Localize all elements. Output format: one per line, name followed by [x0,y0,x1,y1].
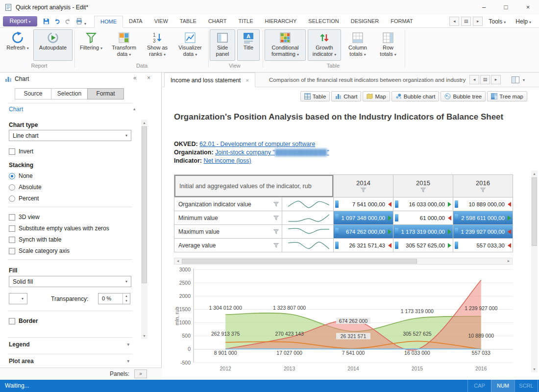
nav-left-button[interactable]: ◂ [449,17,459,26]
help-menu[interactable]: Help▾ [512,18,535,25]
table-cell[interactable]: 1 097 348 000,00 [334,211,393,225]
fill-type-select[interactable]: Solid fill ▾ [9,276,131,287]
table-cell[interactable]: 7 541 000,00 [334,197,393,211]
filtering-button[interactable]: Filtering▾ [78,29,104,61]
close-panel-button[interactable]: × [147,74,150,81]
ribbon-tab-table[interactable]: TABLE [174,15,202,27]
panel-tab-selection[interactable]: Selection [51,88,88,99]
column-totals-button[interactable]: Column totals▾ [343,29,372,61]
autoupdate-button[interactable]: Autoupdate [33,29,73,61]
window-layout-button[interactable]: ▾ [510,75,533,85]
table-corner-header[interactable]: Initial and aggregated values of the ind… [174,175,334,197]
transform-data-button[interactable]: Transform data▾ [107,29,141,61]
tab-scroll-left-button[interactable]: ◂ [469,75,479,84]
scroll-right-icon[interactable]: ► [505,258,512,264]
ribbon-tab-view[interactable]: VIEW [148,15,174,27]
growth-indicator-button[interactable]: Growth indicator▾ [308,29,341,61]
nav-page-button[interactable]: ▤ [461,17,471,26]
undo-button[interactable] [52,16,62,26]
filter-icon[interactable] [273,243,279,248]
stacking-option-none[interactable]: None [9,172,33,179]
visualizer-data-button[interactable]: Visualizer data▾ [174,29,206,61]
scale-category-axis-checkbox[interactable]: Scale category axis [9,247,70,254]
table-horizontal-scrollbar[interactable]: ◄ ► [174,258,513,265]
conditional-formatting-button[interactable]: Conditional formatting▾ [265,29,306,61]
scrollbar-thumb[interactable] [532,177,537,246]
print-button[interactable]: ▾ [74,16,88,26]
filter-icon[interactable] [273,202,279,207]
num-lock-indicator[interactable]: NUM [491,380,514,392]
scrollbar-thumb[interactable] [182,259,417,264]
section-legend[interactable]: Legend▾ [9,341,131,348]
report-menu-button[interactable]: Report▾ [3,16,37,26]
panel-scrollbar[interactable]: ▲ ▼ [141,120,147,339]
row-label-organization-indicator[interactable]: Organization indicator value [174,197,282,211]
table-cell[interactable]: 1 239 927 000,00 [453,225,513,239]
view-tree-map-button[interactable]: Tree map [487,91,527,101]
view-bubble-tree-button[interactable]: Bubble tree [441,91,486,101]
save-button[interactable] [41,16,51,26]
refresh-button[interactable]: Refresh▾ [4,29,31,61]
stacking-option-absolute[interactable]: Absolute [9,184,42,191]
border-checkbox[interactable]: Border [9,318,38,324]
table-cell[interactable]: 674 262 000,00 [334,225,393,239]
scroll-left-icon[interactable]: ◄ [174,258,181,264]
table-cell[interactable]: 305 527 625,00 [393,239,453,252]
panels-expand-button[interactable]: » [134,369,147,378]
column-header-2015[interactable]: 2015 [393,175,453,197]
table-cell[interactable]: 1 173 319 000,00 [393,225,453,239]
filter-icon[interactable] [420,188,426,193]
panel-tab-source[interactable]: Source [15,88,51,99]
nav-right-button[interactable]: ▸ [473,17,483,26]
tab-list-button[interactable]: ▤ [480,75,490,84]
filter-icon[interactable] [361,188,366,193]
title-button[interactable]: A Title [237,29,260,61]
filter-icon[interactable] [480,188,486,193]
ribbon-tab-home[interactable]: HOME [94,16,123,28]
sparkline-cell[interactable] [282,225,334,239]
ribbon-tab-selection[interactable]: SELECTION [302,15,344,27]
transparency-spinner[interactable]: 0 % ▲ ▼ [98,293,130,304]
ribbon-tab-format[interactable]: FORMAT [385,15,419,27]
document-vertical-scrollbar[interactable]: ▲ ▼ [531,171,538,372]
3d-view-checkbox[interactable]: 3D view [9,214,40,220]
sparkline-cell[interactable] [282,211,334,225]
tab-scroll-right-button[interactable]: ▸ [491,75,501,84]
scroll-lock-indicator[interactable]: SCRL [514,380,538,392]
tools-menu[interactable]: Tools▾ [485,18,510,25]
sparkline-cell[interactable] [282,197,334,211]
fill-color-select[interactable]: ▾ [9,293,27,304]
table-cell[interactable]: 10 889 000,00 [453,197,513,211]
close-button[interactable]: × [517,0,539,15]
table-cell[interactable]: 61 000,00 [393,211,453,225]
row-label-average-value[interactable]: Average value [174,239,282,252]
section-plot-area[interactable]: Plot area▾ [9,358,131,365]
scroll-down-icon[interactable]: ▼ [531,366,538,372]
row-label-maximum-value[interactable]: Maximum value [174,225,282,239]
table-cell[interactable]: 16 033 000,00 [393,197,453,211]
doc-tab-comparison[interactable]: Comparison of the financial result indic… [263,73,471,87]
scroll-up-icon[interactable]: ▲ [141,120,147,126]
show-as-ranks-button[interactable]: 13 Show as ranks▾ [141,29,173,61]
table-cell[interactable]: 26 321 571,43 [334,239,393,252]
chart-type-select[interactable]: Line chart ▾ [9,130,131,141]
okved-link[interactable]: 62.01 - Development of computer software [199,141,315,147]
stacking-option-percent[interactable]: Percent [9,195,39,202]
indicator-link[interactable]: Net income (loss) [203,157,251,164]
doc-tab-income-statement[interactable]: Income and loss statement× [164,73,255,87]
view-bubble-chart-button[interactable]: Bubble chart [392,91,440,101]
view-map-button[interactable]: Map [363,91,390,101]
ribbon-tab-designer[interactable]: DESIGNER [345,15,385,27]
collapse-section-icon[interactable]: ▴ [133,106,136,111]
organization-link[interactable]: Joint-stock company "████████████" [215,149,329,156]
invert-checkbox[interactable]: Invert [9,148,33,155]
view-chart-button[interactable]: Chart [331,91,361,101]
table-cell[interactable]: 557 033,30 [453,239,513,252]
sparkline-cell[interactable] [282,239,334,252]
ribbon-tab-hierarchy[interactable]: HIERARCHY [259,15,303,27]
synch-with-table-checkbox[interactable]: Synch with table [9,236,61,243]
redo-button[interactable] [63,16,73,26]
collapse-panel-button[interactable]: « [133,74,137,81]
row-totals-button[interactable]: Row totals▾ [374,29,402,61]
spin-down-icon[interactable]: ▼ [122,298,130,304]
